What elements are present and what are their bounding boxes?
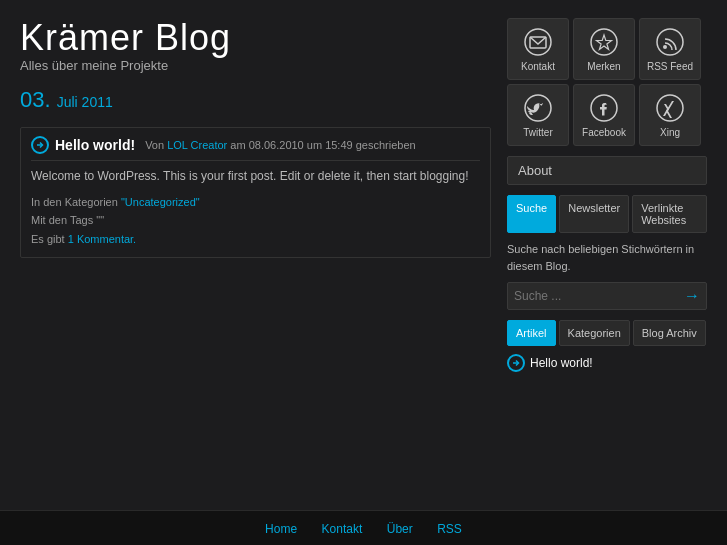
post-author: LOL Creator xyxy=(167,139,227,151)
footer: Home Kontakt Über RSS xyxy=(0,510,727,545)
post-arrow-icon[interactable] xyxy=(31,136,49,154)
article-arrow-icon xyxy=(507,354,525,372)
svg-point-5 xyxy=(663,45,667,49)
tab-suche[interactable]: Suche xyxy=(507,195,556,233)
search-input[interactable] xyxy=(514,289,684,303)
social-tile-xing[interactable]: Xing xyxy=(639,84,701,146)
kontakt-label: Kontakt xyxy=(521,61,555,72)
footer-link-rss[interactable]: RSS xyxy=(437,522,462,536)
social-tile-facebook[interactable]: Facebook xyxy=(573,84,635,146)
svg-point-0 xyxy=(525,29,551,55)
post-comments-link[interactable]: 1 Kommentar. xyxy=(68,233,136,245)
facebook-icon xyxy=(589,93,619,123)
article-link[interactable]: Hello world! xyxy=(507,354,707,372)
post-categories-line: In den Kategorien "Uncategorized" xyxy=(31,193,480,212)
post-meta-suffix: am 08.06.2010 um 15:49 geschrieben xyxy=(230,139,415,151)
date-month: Juli 2011 xyxy=(57,94,113,110)
tile-blog-archiv[interactable]: Blog Archiv xyxy=(633,320,706,346)
merken-label: Merken xyxy=(587,61,620,72)
about-box: About xyxy=(507,156,707,185)
svg-marker-3 xyxy=(597,35,612,50)
xing-icon xyxy=(655,93,685,123)
article-title: Hello world! xyxy=(530,356,593,370)
mail-icon xyxy=(523,27,553,57)
svg-point-4 xyxy=(657,29,683,55)
post-meta: Von LOL Creator am 08.06.2010 um 15:49 g… xyxy=(145,139,416,151)
right-column: Kontakt Merken xyxy=(507,18,707,502)
tab-newsletter[interactable]: Newsletter xyxy=(559,195,629,233)
footer-link-home[interactable]: Home xyxy=(265,522,297,536)
post-tags: In den Kategorien "Uncategorized" Mit de… xyxy=(31,193,480,249)
date-day: 03. xyxy=(20,87,51,112)
search-row: → xyxy=(507,282,707,310)
twitter-label: Twitter xyxy=(523,127,552,138)
social-tile-merken[interactable]: Merken xyxy=(573,18,635,80)
social-icon-grid: Kontakt Merken xyxy=(507,18,707,146)
bottom-tile-row: Artikel Kategorien Blog Archiv xyxy=(507,320,707,346)
footer-link-uber[interactable]: Über xyxy=(387,522,413,536)
xing-label: Xing xyxy=(660,127,680,138)
tile-artikel[interactable]: Artikel xyxy=(507,320,556,346)
main-content: Krämer Blog Alles über meine Projekte 03… xyxy=(0,0,727,510)
search-submit-icon[interactable]: → xyxy=(684,287,700,305)
date-heading: 03. Juli 2011 xyxy=(20,87,491,113)
social-tile-kontakt[interactable]: Kontakt xyxy=(507,18,569,80)
post-tags-value: "" xyxy=(96,214,104,226)
post-tags-line: Mit den Tags "" xyxy=(31,211,480,230)
post-comments-line: Es gibt 1 Kommentar. xyxy=(31,230,480,249)
twitter-icon xyxy=(523,93,553,123)
rss-icon xyxy=(655,27,685,57)
footer-link-kontakt[interactable]: Kontakt xyxy=(322,522,363,536)
blog-subtitle: Alles über meine Projekte xyxy=(20,58,491,73)
rss-label: RSS Feed xyxy=(647,61,693,72)
app-wrapper: Krämer Blog Alles über meine Projekte 03… xyxy=(0,0,727,545)
post-title[interactable]: Hello world! xyxy=(55,137,135,153)
star-icon xyxy=(589,27,619,57)
social-tile-rss[interactable]: RSS Feed xyxy=(639,18,701,80)
post-excerpt: Welcome to WordPress. This is your first… xyxy=(31,167,480,185)
post-title-line: Hello world! Von LOL Creator am 08.06.20… xyxy=(31,136,480,161)
svg-point-2 xyxy=(591,29,617,55)
facebook-label: Facebook xyxy=(582,127,626,138)
search-description: Suche nach beliebigen Stichwörtern in di… xyxy=(507,241,707,274)
about-label: About xyxy=(518,163,552,178)
tile-kategorien[interactable]: Kategorien xyxy=(559,320,630,346)
social-tile-twitter[interactable]: Twitter xyxy=(507,84,569,146)
tab-verlinkte[interactable]: Verlinkte Websites xyxy=(632,195,707,233)
post-meta-prefix: Von xyxy=(145,139,164,151)
blog-title: Krämer Blog xyxy=(20,18,491,58)
post-category-link[interactable]: "Uncategorized" xyxy=(121,196,200,208)
search-tab-row: Suche Newsletter Verlinkte Websites xyxy=(507,195,707,233)
left-column: Krämer Blog Alles über meine Projekte 03… xyxy=(20,18,491,502)
post-box: Hello world! Von LOL Creator am 08.06.20… xyxy=(20,127,491,258)
